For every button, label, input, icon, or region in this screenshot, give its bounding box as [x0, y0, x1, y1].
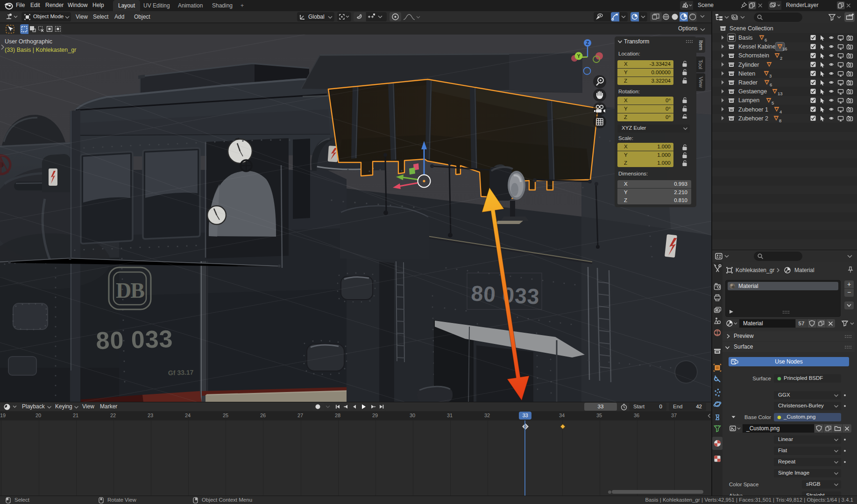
svg-text:13: 13: [778, 91, 783, 96]
svg-text:Kessel Kabine: Kessel Kabine: [738, 43, 776, 50]
svg-text:(33) Basis | Kohlekasten_gr: (33) Basis | Kohlekasten_gr: [5, 47, 76, 53]
svg-text:Nieten: Nieten: [738, 70, 755, 77]
svg-text:Raeder: Raeder: [738, 79, 758, 86]
svg-text:Lampen: Lampen: [738, 97, 759, 104]
svg-text:4: 4: [779, 109, 782, 114]
svg-text:Scene Collection: Scene Collection: [730, 25, 773, 32]
svg-text:Basis: Basis: [738, 35, 753, 41]
svg-text:DB: DB: [116, 279, 144, 302]
svg-text:2: 2: [780, 56, 782, 61]
svg-text:Gf 33.17: Gf 33.17: [168, 369, 194, 377]
svg-text:8: 8: [779, 118, 781, 123]
svg-text:Schornstein: Schornstein: [738, 52, 769, 59]
svg-text:Gestaenge: Gestaenge: [738, 88, 767, 95]
svg-text:5: 5: [772, 100, 774, 105]
svg-text:User Orthographic: User Orthographic: [5, 38, 52, 45]
svg-text:Zubehoer 2: Zubehoer 2: [738, 115, 768, 122]
svg-text:Z: Z: [586, 41, 589, 46]
svg-text:Zubehoer 1: Zubehoer 1: [738, 106, 768, 113]
svg-text:Zylinder: Zylinder: [738, 62, 759, 68]
svg-text:16: 16: [782, 46, 787, 51]
svg-text:3: 3: [769, 73, 772, 78]
svg-text:Y: Y: [577, 54, 581, 59]
svg-text:80 033: 80 033: [96, 325, 174, 354]
svg-text:6: 6: [770, 82, 772, 87]
svg-text:6: 6: [765, 37, 767, 42]
